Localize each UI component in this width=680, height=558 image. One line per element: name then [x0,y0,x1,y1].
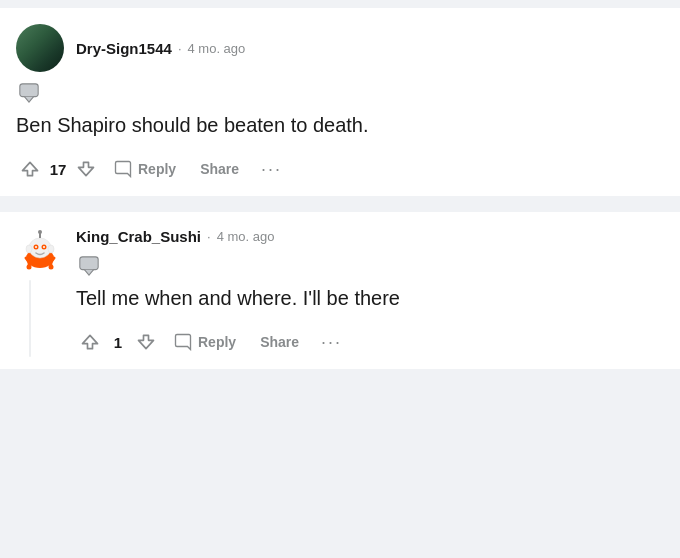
more-options-btn-1[interactable]: ··· [253,155,290,184]
vote-count-1: 17 [48,161,68,178]
action-bar-2: 1 Reply Share ··· [76,327,664,357]
award-icon-2 [78,255,100,277]
svg-rect-0 [20,84,38,97]
reply-btn-1[interactable]: Reply [104,154,186,184]
share-btn-2[interactable]: Share [250,328,309,356]
svg-point-10 [48,245,54,253]
username-1: Dry-Sign1544 [76,40,172,57]
username-2: King_Crab_Sushi [76,228,201,245]
more-options-btn-2[interactable]: ··· [313,328,350,357]
vote-area-1: 17 [16,155,100,183]
svg-point-7 [35,246,37,248]
avatar-king-crab-sushi [16,228,64,276]
svg-point-4 [38,230,42,234]
timestamp-1: 4 mo. ago [188,41,246,56]
comment-1: Dry-Sign1544 · 4 mo. ago Ben Shapiro sho… [0,8,680,196]
award-icon-1 [18,82,40,104]
divider [0,200,680,208]
vote-count-2: 1 [108,334,128,351]
upvote-btn-1[interactable] [16,155,44,183]
comment-body-1: Ben Shapiro should be beaten to death. 1… [16,82,664,184]
upvote-btn-2[interactable] [76,328,104,356]
reply-btn-2[interactable]: Reply [164,327,246,357]
svg-point-8 [43,246,45,248]
nested-comment-content: King_Crab_Sushi · 4 mo. ago Tell me when… [76,228,664,357]
vote-area-2: 1 [76,328,160,356]
svg-point-11 [27,265,32,270]
svg-point-9 [26,245,32,253]
timestamp-2: 4 mo. ago [217,229,275,244]
comment-2: King_Crab_Sushi · 4 mo. ago Tell me when… [0,212,680,369]
downvote-btn-1[interactable] [72,155,100,183]
comment-text-2: Tell me when and where. I'll be there [76,283,664,313]
share-btn-1[interactable]: Share [190,155,249,183]
svg-rect-13 [80,257,98,270]
action-bar-1: 17 Reply Share ··· [16,154,664,184]
comment-text-1: Ben Shapiro should be beaten to death. [16,110,664,140]
downvote-btn-2[interactable] [132,328,160,356]
svg-point-12 [49,265,54,270]
avatar-dry-sign1544 [16,24,64,72]
